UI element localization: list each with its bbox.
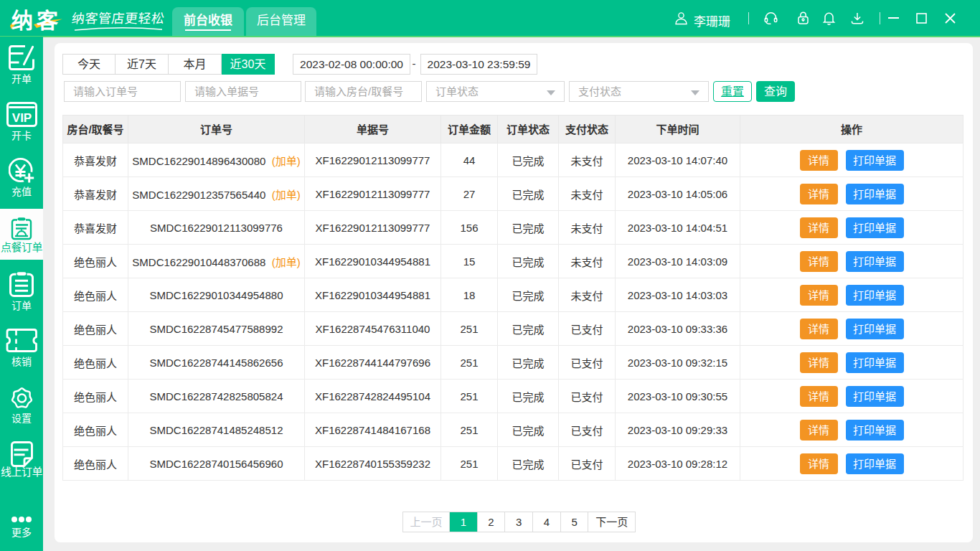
svg-text:VIP: VIP [11,110,31,124]
